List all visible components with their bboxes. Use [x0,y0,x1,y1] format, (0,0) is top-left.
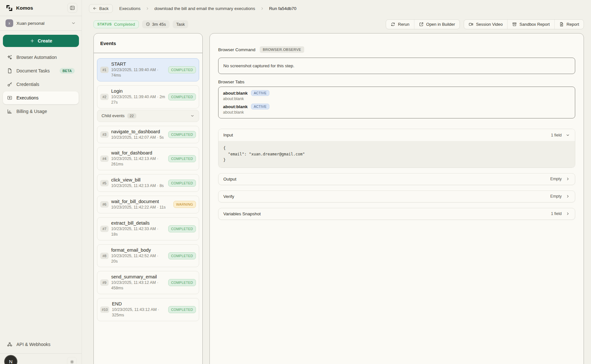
status-bar: STATUS Completed 3m 45s Task RerunOpen i… [82,17,591,32]
events-panel: Events #1START10/23/2025, 11:39:40 AM · … [93,33,203,364]
section-row-output[interactable]: OutputEmpty [218,173,575,185]
rerun-button[interactable]: Rerun [386,20,414,29]
chevron-right-icon [260,6,264,11]
chevron-down-icon [71,21,76,26]
tab-active-badge: ACTIVE [251,90,270,96]
brand-name: Komos [16,5,33,11]
open-in-builder-button[interactable]: Open in Builder [414,20,460,29]
breadcrumb-bar: Back Executions download the bill and em… [82,0,591,17]
create-button[interactable]: Create [3,35,79,47]
duration-value: 3m 45s [152,22,166,27]
screenshot-placeholder: No screenshot captured for this step. [218,58,575,74]
chevron-right-icon [145,6,150,11]
event-card-send-summary-email[interactable]: #9send_summary_email10/23/2025, 11:43:12… [97,271,199,294]
document-icon [7,68,13,74]
status-badge: STATUS Completed [93,20,139,28]
beta-badge: BETA [60,68,75,74]
event-detail-panel: Browser Command BROWSER.OBSERVE No scree… [209,33,584,364]
panel-collapse-icon [70,5,75,11]
chevron-right-icon [566,177,570,181]
event-card-extract-bill-details[interactable]: #7extract_bill_details10/23/2025, 11:42:… [97,217,199,240]
event-status-badge: COMPLETED [168,279,196,286]
event-card-login[interactable]: #2Login10/23/2025, 11:39:40 AM · 2m 27sC… [97,85,199,108]
button-label: Rerun [398,22,409,27]
event-number-badge: #1 [100,67,109,73]
input-section-header[interactable]: Input 1 field [218,129,575,141]
create-button-label: Create [38,38,52,43]
sidebar-item-billing-usage[interactable]: Billing & Usage [3,105,79,118]
sidebar-item-label: Document Tasks [16,68,50,73]
workspace-avatar: x [5,19,13,27]
event-card-wait-for-dashboard[interactable]: #4wait_for_dashboard10/23/2025, 11:42:13… [97,147,199,170]
external-icon [419,22,424,27]
back-button[interactable]: Back [89,4,113,13]
button-label: Open in Builder [426,22,455,27]
event-card-wait-for-bill-document[interactable]: #6wait_for_bill_document10/23/2025, 11:4… [97,196,199,213]
event-title: wait_for_dashboard [111,150,166,155]
event-card-navigate-to-dashboard[interactable]: #3navigate_to_dashboard10/23/2025, 11:42… [97,126,199,144]
back-button-label: Back [99,6,109,11]
section-meta: 1 field [551,211,562,216]
input-label: Input [223,133,233,137]
event-status-badge: COMPLETED [168,155,196,162]
archive-icon [512,22,517,27]
event-number-badge: #2 [100,94,109,100]
breadcrumb-item-executions[interactable]: Executions [119,6,140,11]
event-status-badge: COMPLETED [168,225,196,232]
event-body: wait_for_bill_document10/23/2025, 11:42:… [111,199,171,210]
event-body: click_view_bill10/23/2025, 11:42:13 AM ·… [111,177,166,189]
event-status-badge: COMPLETED [168,252,196,259]
sidebar-item-label: Billing & Usage [16,109,47,114]
event-title: click_view_bill [111,177,166,182]
sandbox-report-button[interactable]: Sandbox Report [507,20,554,29]
event-status-badge: COMPLETED [168,180,196,187]
chevron-right-icon [566,194,570,199]
child-events-label: Child events [102,113,125,118]
theme-toggle-button[interactable] [67,357,77,364]
plus-icon [30,38,35,43]
event-timestamp: 10/23/2025, 11:42:13 AM · 8s [111,183,166,189]
event-body: send_summary_email10/23/2025, 11:43:12 A… [111,274,166,291]
event-card-click-view-bill[interactable]: #5click_view_bill10/23/2025, 11:42:13 AM… [97,174,199,192]
sidebar-collapse-button[interactable] [67,3,77,13]
browser-command-row: Browser Command BROWSER.OBSERVE [218,46,575,53]
chevron-right-icon [566,211,570,216]
event-title: START [111,61,166,67]
event-status-badge: WARNING [173,201,196,208]
event-timestamp: 10/23/2025, 11:39:40 AM · 74ms [111,67,166,78]
sidebar-item-credentials[interactable]: Credentials [3,78,79,91]
event-timestamp: 10/23/2025, 11:43:12 AM · 458ms [111,280,166,291]
report-button[interactable]: Report [554,20,584,29]
event-card-end[interactable]: #10END10/23/2025, 11:43:12 AM · 325msCOM… [97,298,199,321]
section-row-variables-snapshot[interactable]: Variables Snapshot1 field [218,208,575,220]
event-number-badge: #8 [100,253,109,259]
status-badge-value: Completed [114,22,135,27]
sidebar-item-document-tasks[interactable]: Document TasksBETA [3,64,79,77]
video-icon [469,22,473,27]
event-card-format-email-body[interactable]: #8format_email_body10/23/2025, 11:42:52 … [97,244,199,267]
section-row-verify[interactable]: VerifyEmpty [218,191,575,202]
section-meta: Empty [550,177,562,181]
sidebar-item-executions[interactable]: Executions [3,91,79,104]
sun-icon [70,359,74,364]
task-type-badge: Task [173,20,189,28]
session-video-button[interactable]: Session Video [464,20,507,29]
workspace-switcher[interactable]: x Xuan personal [0,16,82,31]
user-avatar[interactable]: N [5,356,17,364]
sidebar-item-label: Executions [16,95,38,100]
event-title: extract_bill_details [111,220,166,226]
browser-command-badge: BROWSER.OBSERVE [260,46,305,53]
input-section: Input 1 field { "email": "xuan.dreamer@g… [218,129,575,168]
browser-command-label: Browser Command [218,47,256,52]
executions-icon [7,95,13,101]
breadcrumb-item-task[interactable]: download the bill and email the summary … [154,6,255,11]
clock-icon [146,22,150,26]
sidebar-item-api-webhooks[interactable]: API & Webhooks [3,338,79,351]
child-events-count: 22 [127,113,136,118]
user-row: N [0,354,82,364]
event-status-badge: COMPLETED [168,131,196,138]
event-card-start[interactable]: #1START10/23/2025, 11:39:40 AM · 74msCOM… [97,58,199,81]
event-body: wait_for_dashboard10/23/2025, 11:42:13 A… [111,150,166,167]
child-events-toggle[interactable]: Child events22 [97,110,199,122]
sidebar-item-browser-automation[interactable]: Browser Automation [3,51,79,64]
